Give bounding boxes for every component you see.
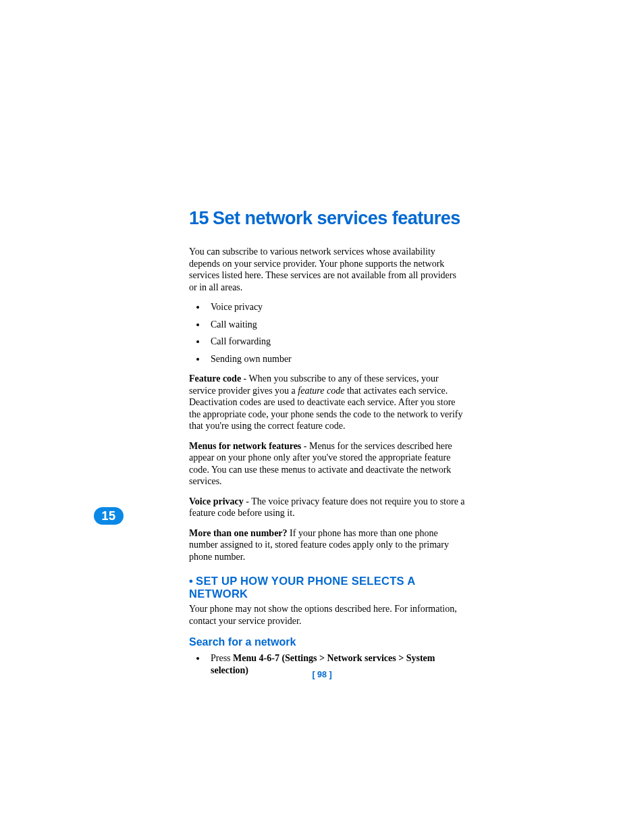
- feature-code-italic: feature code: [298, 386, 344, 396]
- more-than-one-paragraph: More than one number? If your phone has …: [189, 527, 466, 563]
- menus-paragraph: Menus for network features - Menus for t…: [189, 440, 466, 488]
- chapter-tab-number: 15: [94, 507, 124, 525]
- step-prefix: Press: [211, 653, 233, 663]
- page-number: [ 98 ]: [0, 670, 644, 679]
- section-heading: •SET UP HOW YOUR PHONE SELECTS A NETWORK: [189, 575, 466, 600]
- voice-privacy-paragraph: Voice privacy - The voice privacy featur…: [189, 496, 466, 519]
- voice-privacy-label: Voice privacy: [189, 496, 244, 506]
- menus-label: Menus for network features: [189, 441, 301, 451]
- chapter-title: 15Set network services features: [189, 208, 466, 229]
- list-item: Voice privacy: [207, 301, 466, 313]
- chapter-title-text: Set network services features: [213, 208, 460, 228]
- subsection-heading: Search for a network: [189, 636, 466, 648]
- section-intro: Your phone may not show the options desc…: [189, 603, 466, 627]
- list-item: Call forwarding: [207, 336, 466, 348]
- chapter-tab: 15: [94, 507, 124, 525]
- section-bullet-icon: •: [189, 575, 193, 587]
- chapter-number: 15: [189, 208, 209, 228]
- list-item: Call waiting: [207, 319, 466, 331]
- list-item: Sending own number: [207, 353, 466, 365]
- page-content: 15Set network services features You can …: [189, 208, 466, 684]
- more-than-one-label: More than one number?: [189, 528, 288, 538]
- section-heading-text: SET UP HOW YOUR PHONE SELECTS A NETWORK: [189, 575, 415, 600]
- feature-code-paragraph: Feature code - When you subscribe to any…: [189, 373, 466, 432]
- services-list: Voice privacy Call waiting Call forwardi…: [189, 301, 466, 365]
- feature-code-label: Feature code: [189, 373, 241, 384]
- intro-paragraph: You can subscribe to various network ser…: [189, 246, 466, 293]
